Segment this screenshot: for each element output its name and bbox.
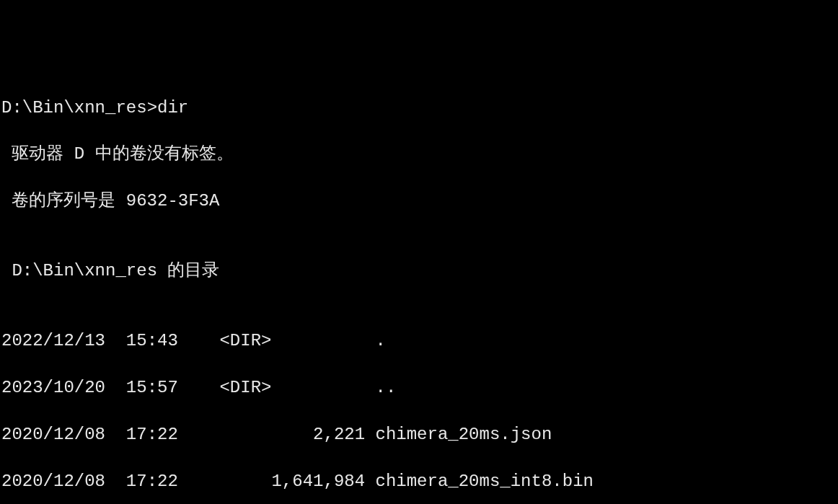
output-volume: 驱动器 D 中的卷没有标签。 [1, 143, 837, 166]
table-row: 2022/12/13 15:43 <DIR> . [1, 330, 837, 353]
prompt-path: D:\Bin\xnn_res> [1, 98, 157, 118]
output-dir-of: D:\Bin\xnn_res 的目录 [1, 260, 837, 283]
prompt-line-1[interactable]: D:\Bin\xnn_res>dir [1, 97, 837, 120]
table-row: 2023/10/20 15:57 <DIR> .. [1, 376, 837, 399]
table-row: 2020/12/08 17:22 1,641,984 chimera_20ms_… [1, 470, 837, 493]
output-serial: 卷的序列号是 9632-3F3A [1, 190, 837, 213]
table-row: 2020/12/08 17:22 2,221 chimera_20ms.json [1, 423, 837, 446]
prompt-cmd: dir [157, 98, 188, 118]
